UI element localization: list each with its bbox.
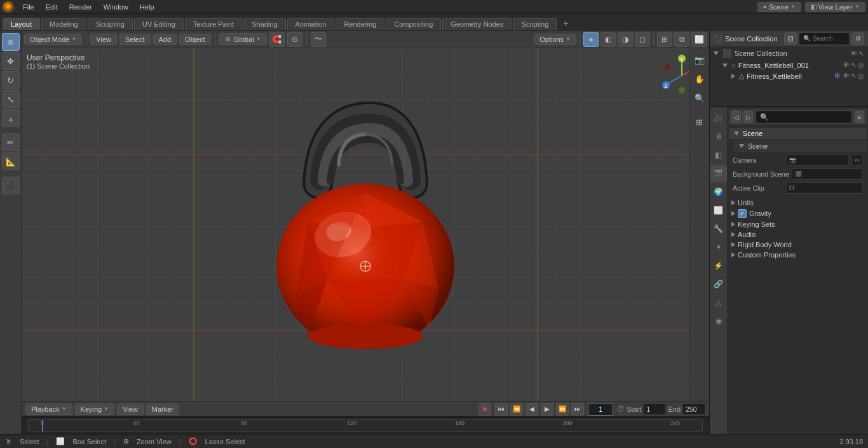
object-mode-dropdown[interactable]: Object Mode ▼ (24, 34, 82, 45)
prop-tab-render[interactable]: 🎥 (710, 110, 727, 126)
prop-tab-modifier[interactable]: 🔧 (710, 221, 727, 237)
tab-shading[interactable]: Shading (243, 18, 285, 30)
start-frame-input[interactable] (643, 404, 666, 415)
outliner-scene-collection[interactable]: ⬛ Scene Collection 👁 ↖ (710, 47, 868, 60)
render-icon-2[interactable]: ◎ (858, 72, 864, 80)
play-reverse-button[interactable]: ◀ (526, 403, 538, 416)
prop-tab-particles[interactable]: ✦ (710, 239, 727, 255)
outliner-item-kettlebell-001[interactable]: ○ Fitness_Kettlebell_001 👁 ↖ ◎ (710, 60, 868, 71)
select-menu[interactable]: Select (119, 34, 151, 45)
menu-window[interactable]: Window (98, 2, 133, 12)
prop-tab-physics[interactable]: ⚡ (710, 257, 727, 274)
scene-selector[interactable]: ● Scene ▼ (757, 2, 801, 12)
outliner-search-input[interactable] (799, 32, 850, 45)
prop-tab-output[interactable]: 🖥 (710, 128, 727, 145)
add-workspace-button[interactable]: + (558, 17, 573, 30)
jump-end-button[interactable]: ⏭ (571, 403, 584, 416)
tool-cursor[interactable]: ⊕ (2, 33, 20, 51)
select-icon-2[interactable]: ↖ (851, 72, 857, 80)
custom-props-section-row[interactable]: Custom Properties (729, 250, 867, 260)
render-icon-1[interactable]: ◎ (858, 61, 864, 69)
menu-render[interactable]: Render (64, 2, 97, 12)
prop-tab-object[interactable]: ⬜ (710, 202, 727, 219)
tab-rendering[interactable]: Rendering (336, 18, 384, 30)
audio-section-row[interactable]: Audio (729, 229, 867, 240)
overlays-toggle[interactable]: ⧉ (674, 32, 689, 47)
add-menu[interactable]: Add (153, 34, 177, 45)
tool-rotate[interactable]: ↻ (2, 71, 20, 89)
prop-tab-view-layer[interactable]: ◧ (710, 147, 727, 163)
eye-icon-2[interactable]: 👁 (843, 72, 850, 80)
scene-subsection-header[interactable]: Scene (734, 140, 867, 152)
blender-logo-icon[interactable]: 🔶 (3, 1, 14, 13)
keying-sets-section-row[interactable]: Keying Sets (729, 219, 867, 229)
view-timeline-menu[interactable]: View (117, 404, 144, 415)
tool-annotate[interactable]: ✏ (2, 133, 20, 151)
keying-dropdown[interactable]: Keying ▼ (75, 404, 115, 415)
tab-scripting[interactable]: Scripting (513, 18, 557, 30)
menu-help[interactable]: Help (135, 2, 159, 12)
tab-layout[interactable]: Layout (3, 18, 40, 30)
tool-add-cube[interactable]: ⬛ (2, 177, 20, 194)
view-grid-btn[interactable]: ⊞ (691, 113, 709, 131)
jump-start-button[interactable]: ⏮ (495, 403, 508, 416)
properties-search[interactable] (756, 111, 852, 123)
tab-compositing[interactable]: Compositing (386, 18, 441, 30)
units-section-row[interactable]: Units (729, 198, 867, 208)
tool-scale[interactable]: ⤡ (2, 90, 20, 108)
graph-icon[interactable]: 〜 (311, 32, 326, 47)
tool-move[interactable]: ✥ (2, 52, 20, 70)
playback-dropdown[interactable]: Playback ▼ (25, 404, 72, 415)
object-menu[interactable]: Object (179, 34, 211, 45)
marker-menu[interactable]: Marker (146, 404, 179, 415)
proportional-edit-button[interactable]: ⊙ (287, 32, 302, 47)
view-camera-btn[interactable]: 📷 (691, 51, 709, 69)
prop-nav-forward[interactable]: ▷ (743, 111, 753, 123)
background-scene-value[interactable]: 🎬 (792, 168, 863, 180)
scene-section-header[interactable]: Scene (729, 128, 867, 139)
gravity-checkbox[interactable]: ✓ (738, 209, 747, 218)
step-back-button[interactable]: ⏪ (510, 403, 523, 416)
tab-texture-paint[interactable]: Texture Paint (185, 18, 242, 30)
select-icon-1[interactable]: ↖ (851, 61, 857, 69)
step-forward-button[interactable]: ⏩ (556, 403, 569, 416)
prop-tab-scene[interactable]: 🎬 (710, 165, 727, 182)
tab-sculpting[interactable]: Sculpting (88, 18, 133, 30)
tab-modeling[interactable]: Modeling (41, 18, 86, 30)
prop-options-icon[interactable]: ≡ (855, 111, 864, 123)
prop-tab-object-data[interactable]: △ (710, 294, 727, 311)
menu-file[interactable]: File (18, 2, 39, 12)
view-hand-btn[interactable]: ✋ (691, 70, 709, 88)
viewport-shading-rendered[interactable]: ◑ (618, 32, 633, 47)
options-button[interactable]: Options ▼ (534, 34, 576, 45)
view-menu[interactable]: View (90, 34, 117, 45)
tab-geometry-nodes[interactable]: Geometry Nodes (442, 18, 512, 30)
prop-tab-world[interactable]: 🌍 (710, 184, 727, 200)
record-button[interactable]: ⏺ (478, 403, 491, 416)
tool-transform[interactable]: ⟁ (2, 109, 20, 127)
outliner-settings-icon[interactable]: ⚙ (851, 32, 864, 45)
camera-edit-icon[interactable]: ✏ (851, 154, 863, 166)
viewport-shading-solid[interactable]: ● (583, 32, 599, 47)
viewport-3d[interactable]: Object Mode ▼ View Select Add (22, 31, 709, 401)
gravity-section-row[interactable]: ✓ Gravity (729, 208, 867, 219)
timeline-ruler[interactable]: 0 40 80 120 160 200 240 (28, 419, 703, 432)
current-frame-input[interactable]: 1 (588, 403, 613, 416)
camera-value[interactable]: 📷 (786, 154, 849, 166)
tool-measure[interactable]: 📐 (2, 153, 20, 170)
gizmos-toggle[interactable]: ⊞ (657, 32, 672, 47)
prop-nav-back[interactable]: ◁ (731, 111, 741, 123)
tab-uv-editing[interactable]: UV Editing (134, 18, 184, 30)
view-layer-selector[interactable]: ◧ View Layer ▼ (805, 2, 865, 12)
end-frame-input[interactable] (682, 404, 705, 415)
prop-tab-constraints[interactable]: 🔗 (710, 276, 727, 292)
eye-icon-1[interactable]: 👁 (843, 61, 850, 69)
timeline-ruler-area[interactable]: 0 40 80 120 160 200 240 (22, 417, 709, 434)
outliner-item-kettlebell-mesh[interactable]: △ Fitness_Kettlebell ⛨ 👁 ↖ ◎ (710, 71, 868, 81)
xray-toggle[interactable]: ⬜ (691, 32, 707, 47)
snap-button[interactable]: 🧲 (269, 32, 285, 47)
eye-icon[interactable]: 👁 (850, 50, 857, 58)
play-button[interactable]: ▶ (541, 403, 553, 416)
active-clip-value[interactable]: 🎞 (786, 182, 863, 194)
tab-animation[interactable]: Animation (287, 18, 335, 30)
